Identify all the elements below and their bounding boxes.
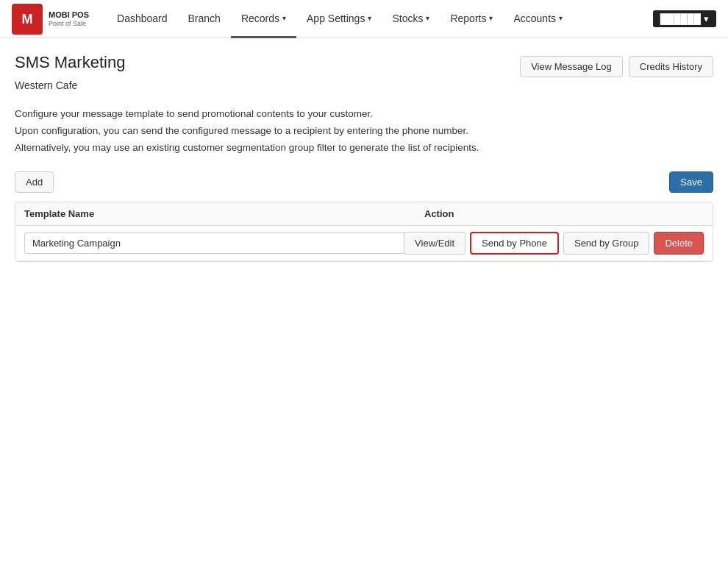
delete-button[interactable]: Delete xyxy=(654,232,704,255)
add-button[interactable]: Add xyxy=(15,171,54,193)
user-caret: ▾ xyxy=(704,13,709,24)
send-by-group-button[interactable]: Send by Group xyxy=(563,232,649,255)
description-line1: Configure your message template to send … xyxy=(15,106,713,123)
user-name: ██████ xyxy=(660,13,701,24)
description-line2: Upon configuration, you can send the con… xyxy=(15,123,713,140)
nav-right: ██████ ▾ xyxy=(653,10,716,27)
top-actions: View Message Log Credits History xyxy=(520,56,713,77)
brand-logo: M xyxy=(12,4,43,35)
app-settings-caret: ▾ xyxy=(368,14,371,22)
send-by-phone-button[interactable]: Send by Phone xyxy=(470,232,559,255)
user-menu[interactable]: ██████ ▾ xyxy=(653,10,716,27)
nav-records[interactable]: Records ▾ xyxy=(231,0,296,38)
stocks-caret: ▾ xyxy=(426,14,429,22)
records-caret: ▾ xyxy=(282,14,286,22)
nav-app-settings[interactable]: App Settings ▾ xyxy=(296,0,382,38)
template-table: Template Name Action View/Edit Send by P… xyxy=(15,202,713,262)
store-name: Western Cafe xyxy=(15,79,77,91)
nav-reports[interactable]: Reports ▾ xyxy=(440,0,503,38)
nav-branch[interactable]: Branch xyxy=(178,0,231,38)
page-content: SMS Marketing Western Cafe View Message … xyxy=(0,38,728,277)
nav-accounts[interactable]: Accounts ▾ xyxy=(503,0,573,38)
reports-caret: ▾ xyxy=(489,14,493,22)
toolbar-row: Add Save xyxy=(15,171,713,193)
col-header-action: Action xyxy=(424,208,704,219)
brand[interactable]: M MOBI POS Point of Sale xyxy=(12,4,89,35)
brand-letter: M xyxy=(22,13,33,26)
table-row: View/Edit Send by Phone Send by Group De… xyxy=(15,226,713,261)
brand-name-top: MOBI POS xyxy=(49,10,89,19)
view-edit-button[interactable]: View/Edit xyxy=(404,232,465,255)
nav-items: Dashboard Branch Records ▾ App Settings … xyxy=(107,0,653,38)
table-header: Template Name Action xyxy=(15,202,713,226)
navbar: M MOBI POS Point of Sale Dashboard Branc… xyxy=(0,0,728,38)
brand-text: MOBI POS Point of Sale xyxy=(49,10,89,26)
credits-history-button[interactable]: Credits History xyxy=(629,56,713,77)
save-button[interactable]: Save xyxy=(669,171,713,193)
accounts-caret: ▾ xyxy=(559,14,563,22)
action-buttons: View/Edit Send by Phone Send by Group De… xyxy=(432,232,704,255)
nav-stocks[interactable]: Stocks ▾ xyxy=(382,0,440,38)
description-line3: Alternatively, you may use an existing c… xyxy=(15,140,713,157)
brand-name-bottom: Point of Sale xyxy=(49,20,89,27)
view-message-log-button[interactable]: View Message Log xyxy=(520,56,623,77)
description-block: Configure your message template to send … xyxy=(15,106,713,157)
template-name-input[interactable] xyxy=(24,232,426,254)
nav-dashboard[interactable]: Dashboard xyxy=(107,0,178,38)
col-header-template-name: Template Name xyxy=(24,208,424,219)
